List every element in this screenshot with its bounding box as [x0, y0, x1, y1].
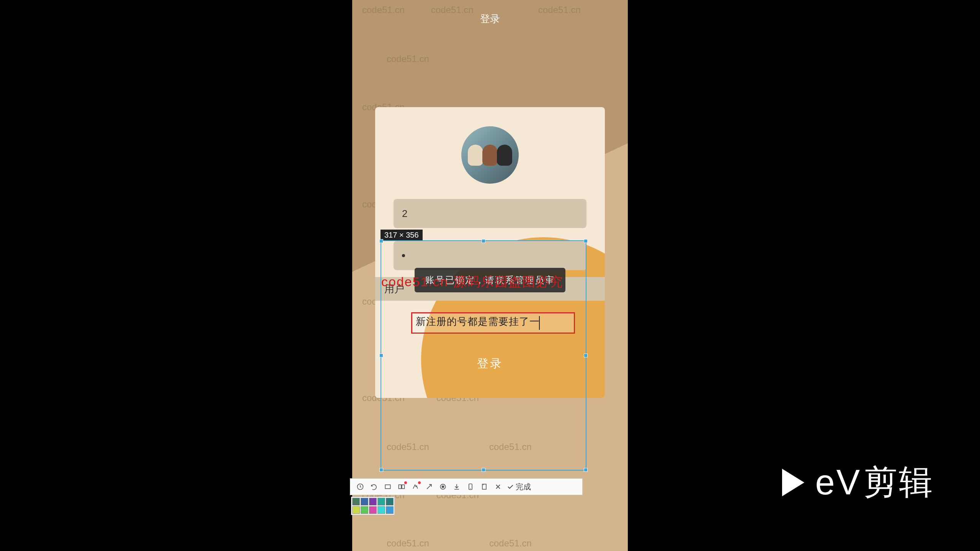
svg-rect-7: [482, 484, 486, 489]
swatch-2[interactable]: [369, 498, 377, 505]
swatch-5[interactable]: [352, 506, 360, 514]
username-value: 2: [402, 208, 407, 220]
annotation-text[interactable]: 新注册的号都是需要挂了一: [416, 315, 540, 328]
counter-icon[interactable]: [395, 480, 408, 494]
brand-suffix: 剪辑: [864, 460, 934, 505]
swatch-4[interactable]: [386, 498, 394, 505]
brand-logo: eV 剪辑: [782, 460, 934, 505]
watermark: code51.cn: [387, 538, 429, 549]
watermark: code51.cn: [489, 538, 532, 549]
text-cursor: [539, 316, 540, 330]
watermark: code51.cn: [362, 5, 405, 15]
login-card: 2 用户 登录 注册用户 注册公司 忘记密码 账号已锁定，请联系管理员审: [375, 107, 605, 398]
svg-rect-2: [399, 485, 402, 489]
target-icon[interactable]: [436, 480, 450, 494]
play-icon: [782, 469, 804, 496]
arrow-icon[interactable]: [422, 480, 436, 494]
pin-icon[interactable]: [477, 480, 491, 494]
swatch-8[interactable]: [377, 506, 385, 514]
watermark: code51.cn: [387, 54, 429, 64]
watermark: code51.cn: [538, 5, 581, 15]
login-button[interactable]: 登录: [477, 356, 503, 372]
svg-rect-3: [402, 485, 405, 489]
password-mask-dot: [402, 254, 405, 257]
swatch-7[interactable]: [369, 506, 377, 514]
page-title: 登录: [480, 12, 500, 26]
username-input[interactable]: 2: [394, 199, 586, 228]
color-palette: [351, 497, 395, 515]
swatch-9[interactable]: [386, 506, 394, 514]
swatch-1[interactable]: [361, 498, 368, 505]
svg-rect-1: [385, 485, 390, 489]
watermark: code51.cn: [489, 442, 532, 452]
undo-icon[interactable]: [367, 480, 381, 494]
avatar[interactable]: [461, 126, 519, 184]
password-input[interactable]: [394, 241, 586, 270]
brand-prefix: eV: [815, 462, 861, 502]
download-icon[interactable]: [450, 480, 464, 494]
red-watermark: code51.cn-源码乐园盗图必究: [381, 273, 564, 291]
done-button[interactable]: 完成: [506, 482, 531, 492]
watermark: code51.cn: [431, 5, 474, 15]
phone-icon[interactable]: [464, 480, 477, 494]
recent-icon[interactable]: [353, 480, 367, 494]
close-icon[interactable]: [491, 480, 505, 494]
selection-size-label: 317 × 356: [381, 230, 423, 241]
swatch-0[interactable]: [352, 498, 360, 505]
mosaic-icon[interactable]: [408, 480, 422, 494]
svg-point-5: [442, 486, 444, 488]
swatch-3[interactable]: [377, 498, 385, 505]
screenshot-toolbar: 完成: [350, 478, 583, 495]
swatch-6[interactable]: [361, 506, 368, 514]
rect-icon[interactable]: [381, 480, 395, 494]
watermark: code51.cn: [387, 442, 429, 452]
done-label: 完成: [516, 482, 531, 492]
